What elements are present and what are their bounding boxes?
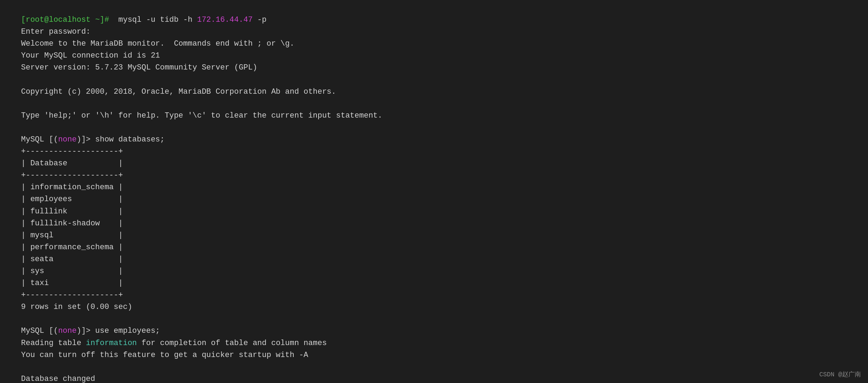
line-db-seata: | seata | [21,253,847,265]
line-db-taxi: | taxi | [21,277,847,289]
cmd-text-2: -p [253,15,267,24]
information-word: information [86,339,137,348]
blank-5 [21,361,847,373]
line-db-border-top: +--------------------+ [21,146,847,158]
line-db-employees: | employees | [21,193,847,205]
mysql-db-none: none [58,326,77,335]
line-7: Type 'help;' or '\h' for help. Type '\c'… [21,110,847,122]
cmd-text-1: mysql -u tidb -h [109,15,197,24]
line-db-mysql: | mysql | [21,230,847,242]
line-db-perf-schema: | performance_schema | [21,242,847,253]
line-db-sys: | sys | [21,265,847,277]
line-db-border-bot: +--------------------+ [21,289,847,301]
line-1: [root@localhost ~]# mysql -u tidb -h 172… [21,14,847,26]
line-5: Server version: 5.7.23 MySQL Community S… [21,62,847,74]
blank-4 [21,313,847,325]
ip-address: 172.16.44.47 [197,15,253,24]
terminal: [root@localhost ~]# mysql -u tidb -h 172… [11,7,857,383]
line-db-border-mid: +--------------------+ [21,170,847,181]
line-2: Enter password: [21,26,847,38]
output-text: Welcome to the MariaDB monitor. Commands… [21,39,294,48]
line-turn-off: You can turn off this feature to get a q… [21,349,847,361]
line-4: Your MySQL connection id is 21 [21,50,847,62]
output-text: Your MySQL connection id is 21 [21,51,160,60]
line-3: Welcome to the MariaDB monitor. Commands… [21,38,847,50]
output-text: Server version: 5.7.23 MySQL Community S… [21,63,257,72]
line-db-info_schema: | information_schema | [21,181,847,193]
line-db-header: | Database | [21,158,847,170]
line-db-changed: Database changed [21,373,847,383]
output-text: Copyright (c) 2000, 2018, Oracle, MariaD… [21,87,336,96]
blank-2 [21,98,847,110]
mysql-prompt-text: MySQL [(none)]> show databases; [21,135,165,144]
blank-3 [21,122,847,134]
output-text: Enter password: [21,27,91,36]
line-6: Copyright (c) 2000, 2018, Oracle, MariaD… [21,86,847,98]
line-rows-count: 9 rows in set (0.00 sec) [21,301,847,313]
prompt-user: [root@localhost ~]# [21,15,109,24]
output-text: Type 'help;' or '\h' for help. Type '\c'… [21,111,382,120]
line-db-fulllink-shadow: | fulllink-shadow | [21,218,847,230]
watermark: CSDN @赵广南 [819,370,861,379]
line-use-employees: MySQL [(none)]> use employees; [21,325,847,337]
blank-1 [21,74,847,86]
line-db-fulllink: | fulllink | [21,206,847,218]
line-reading-table: Reading table information for completion… [21,337,847,349]
line-show-databases: MySQL [(none)]> show databases; [21,134,847,146]
